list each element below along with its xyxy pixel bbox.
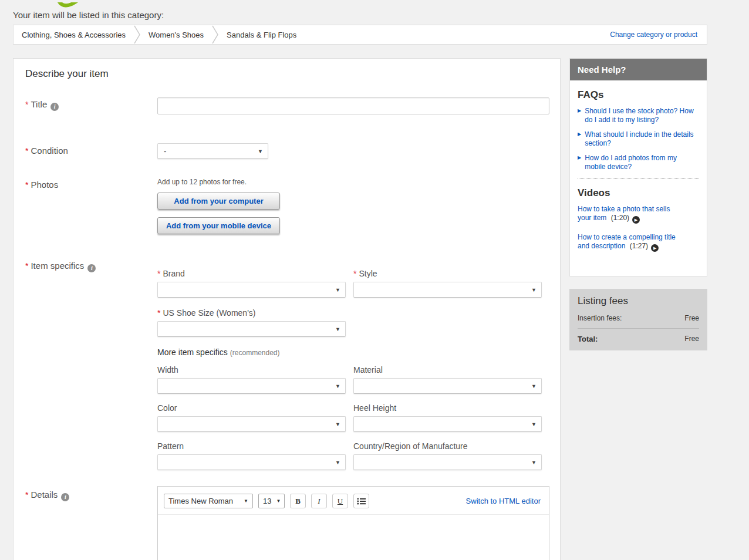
brand-dropdown[interactable]: ▼ [157,282,346,298]
required-marker: * [25,261,28,271]
required-marker: * [353,269,356,278]
total-fees-row: Total: Free [578,335,699,343]
more-item-specifics: More item specifics(recommended) [157,348,280,357]
country-dropdown[interactable]: ▼ [353,454,542,470]
breadcrumb: Clothing, Shoes & Accessories Women's Sh… [13,25,707,45]
shoe-size-dropdown[interactable]: ▼ [157,321,346,337]
font-size-select[interactable]: 13 ▼ [258,494,285,508]
faq-arrow-icon: ▶ [578,154,581,171]
required-marker: * [25,180,28,190]
total-label: Total: [578,335,598,343]
bullet-list-icon [357,498,366,505]
required-marker: * [157,269,160,278]
underline-button[interactable]: U [332,494,348,508]
faq-link[interactable]: ▶ What should I include in the details s… [578,130,699,148]
font-family-select[interactable]: Times New Roman ▼ [164,494,253,508]
required-marker: * [25,146,28,156]
details-label: *Detailsi [25,490,69,501]
chevron-down-icon: ▼ [531,421,537,427]
video-duration: (1:27) [630,242,648,250]
breadcrumb-item[interactable]: Clothing, Shoes & Accessories [14,31,134,39]
details-textarea[interactable] [158,515,549,560]
chevron-down-icon: ▼ [335,460,340,465]
video-link[interactable]: How to create a compelling title and des… [578,233,682,252]
italic-button[interactable]: I [311,494,327,508]
required-marker: * [25,490,28,500]
editor-toolbar: Times New Roman ▼ 13 ▼ B I U Swi [158,487,549,515]
chevron-down-icon: ▼ [335,383,340,389]
heel-height-dropdown[interactable]: ▼ [353,416,542,432]
color-label: Color [157,403,177,413]
condition-label: *Condition [25,146,68,156]
listing-page: Your item will be listed in this categor… [0,0,749,560]
faqs-heading: FAQs [578,89,699,101]
listing-fees-heading: Listing fees [578,295,699,307]
info-icon[interactable]: i [50,103,59,111]
add-from-computer-button[interactable]: Add from your computer [157,193,280,210]
faq-link[interactable]: ▶ How do I add photos from my mobile dev… [578,154,699,171]
width-dropdown[interactable]: ▼ [157,378,346,394]
videos-heading: Videos [578,187,699,199]
play-icon[interactable]: ▶ [632,216,640,224]
country-label: Country/Region of Manufacture [353,441,468,451]
add-from-mobile-button[interactable]: Add from your mobile device [157,217,280,234]
chevron-down-icon: ▼ [276,498,281,504]
chevron-down-icon: ▼ [244,498,248,504]
recommended-note: (recommended) [230,349,280,357]
pattern-dropdown[interactable]: ▼ [157,454,346,470]
info-icon[interactable]: i [61,493,69,501]
total-value: Free [684,335,699,343]
title-label: *Titlei [25,99,59,111]
play-icon[interactable]: ▶ [651,244,659,252]
category-notice: Your item will be listed in this categor… [13,10,164,20]
divider [578,328,699,329]
switch-html-editor-link[interactable]: Switch to HTML editor [466,497,543,505]
video-link[interactable]: How to take a photo that sells your item… [578,205,682,224]
describe-item-card: Describe your item *Titlei *Condition - … [13,58,561,560]
insertion-fees-label: Insertion fees: [578,314,622,322]
breadcrumb-chevron-icon [134,25,140,44]
need-help-header: Need Help? [570,59,707,80]
breadcrumb-item[interactable]: Sandals & Flip Flops [218,31,305,39]
style-label: *Style [353,269,377,278]
chevron-down-icon: ▼ [335,326,340,332]
breadcrumb-item[interactable]: Women's Shoes [140,31,212,39]
chevron-down-icon: ▼ [531,287,537,293]
photos-hint: Add up to 12 photos for free. [157,178,247,186]
heel-height-label: Heel Height [353,403,396,413]
condition-value: - [164,147,166,156]
item-specifics-label: *Item specificsi [25,261,96,272]
chevron-down-icon: ▼ [531,460,537,465]
chevron-down-icon: ▼ [258,149,263,154]
chevron-down-icon: ▼ [335,421,340,427]
title-input[interactable] [157,97,549,114]
color-dropdown[interactable]: ▼ [157,416,346,432]
pattern-label: Pattern [157,441,184,451]
breadcrumb-chevron-icon [212,25,218,44]
info-icon[interactable]: i [87,264,96,272]
required-marker: * [157,308,160,318]
chevron-down-icon: ▼ [335,287,340,293]
listing-fees-panel: Listing fees Insertion fees: Free Total:… [569,289,707,350]
shoe-size-label: *US Shoe Size (Women's) [157,308,255,318]
need-help-panel: Need Help? FAQs ▶ Should I use the stock… [569,58,707,276]
required-marker: * [25,100,28,109]
faq-link[interactable]: ▶ Should I use the stock photo? How do I… [578,107,699,124]
details-editor: Times New Roman ▼ 13 ▼ B I U Swi [157,486,549,560]
bold-button[interactable]: B [290,494,306,508]
faq-arrow-icon: ▶ [578,107,581,124]
faq-arrow-icon: ▶ [578,130,581,148]
insertion-fees-value: Free [684,314,699,322]
section-title: Describe your item [25,68,109,80]
insertion-fees-row: Insertion fees: Free [578,314,699,322]
material-dropdown[interactable]: ▼ [353,378,542,394]
material-label: Material [353,365,383,375]
ebay-logo-fragment [56,0,81,11]
style-dropdown[interactable]: ▼ [353,282,542,298]
video-duration: (1:20) [611,214,629,222]
divider [578,178,699,179]
bullet-list-button[interactable] [353,494,369,508]
photos-label: *Photos [25,180,58,190]
change-category-link[interactable]: Change category or product [610,31,707,39]
condition-dropdown[interactable]: - ▼ [157,143,268,159]
